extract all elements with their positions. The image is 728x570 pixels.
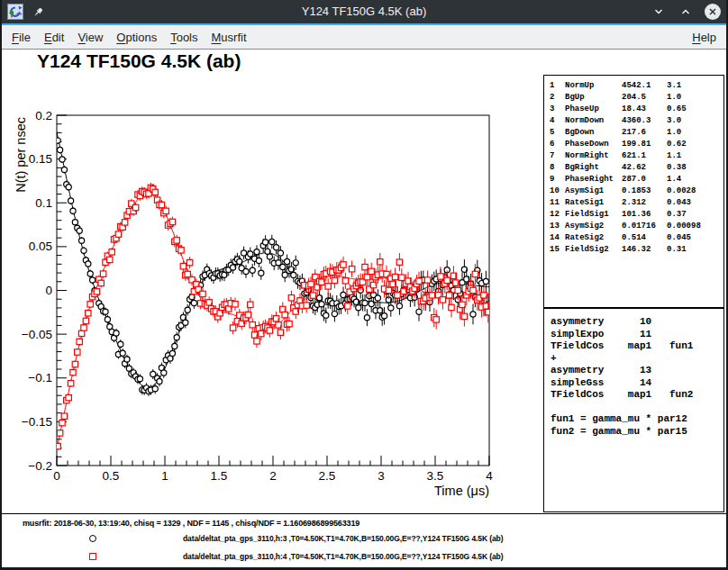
legend-label-up: data/deltat_pta_gps_3110,h:3 ,T0=4.50K,T… [183, 534, 503, 543]
param-row: 15FieldSig2146.320.31 [544, 244, 723, 256]
y-tick-label: 0 [45, 284, 52, 297]
param-row: 4NormDown4360.33.0 [544, 115, 723, 127]
param-row: 13AsymSig20.017160.00098 [544, 221, 723, 232]
y-tick-label: −0.05 [22, 328, 52, 341]
param-row: 9PhaseRight287.01.4 [544, 174, 723, 185]
menu-options[interactable]: Options [114, 30, 159, 45]
minimize-button[interactable] [651, 4, 667, 20]
theory-text: asymmetry 10 simplExpo 11 TFieldCos map1… [551, 316, 723, 438]
param-row: 11RateSig12.3120.043 [544, 197, 723, 209]
y-tick-label: 0.1 [35, 196, 52, 210]
y-axis-title: N(t) per nsec [14, 117, 28, 193]
param-row: 8BgRight42.620.38 [544, 162, 723, 174]
statusbar: musrfit: 2018-06-30, 13:19:40, chisq = 1… [2, 513, 726, 567]
plot-frame [57, 115, 489, 466]
x-tick-label: 0 [53, 469, 60, 483]
param-row: 7NormRight621.11.1 [544, 150, 723, 162]
x-tick-label: 4 [486, 469, 493, 483]
fit-parameters-box: 1NormUp4542.13.12BgUp204.51.03PhaseUp18.… [543, 75, 724, 308]
pushpin-icon[interactable] [32, 6, 44, 18]
y-tick-label: −0.15 [22, 415, 52, 429]
legend-square-marker [89, 553, 96, 560]
x-tick-label: 2.5 [319, 469, 336, 483]
menu-musrfit[interactable]: Musrfit [210, 30, 249, 45]
param-row: 6PhaseDown199.810.62 [544, 139, 723, 150]
y-tick-label: 0.15 [29, 152, 52, 166]
y-tick-label: −0.1 [28, 371, 52, 385]
menu-tools[interactable]: Tools [168, 30, 199, 45]
musrview-window: ++ Y124 TF150G 4.5K (ab) [0, 0, 728, 570]
menu-edit[interactable]: Edit [42, 30, 66, 45]
x-tick-label: 3 [378, 469, 385, 483]
titlebar: ++ Y124 TF150G 4.5K (ab) [2, 0, 726, 23]
x-tick-label: 0.5 [103, 469, 120, 483]
y-tick-label: 0.2 [35, 109, 52, 122]
x-tick-label: 1.5 [211, 469, 228, 483]
maximize-button[interactable] [678, 4, 694, 20]
close-button[interactable] [705, 4, 721, 20]
param-row: 10AsymSig10.18530.0028 [544, 185, 723, 197]
param-row: 3PhaseUp18.430.65 [544, 104, 723, 115]
root-canvas[interactable]: Y124 TF150G 4.5K (ab) 00.511.522.533.54T… [2, 50, 726, 513]
menu-file[interactable]: File [10, 30, 32, 45]
x-tick-label: 1 [161, 469, 168, 483]
theory-box: asymmetry 10 simplExpo 11 TFieldCos map1… [543, 308, 724, 512]
x-tick-label: 2 [269, 469, 277, 483]
param-row: 12FieldSig1101.360.37 [544, 209, 723, 221]
window-title: Y124 TF150G 4.5K (ab) [110, 0, 618, 23]
y-tick-label: 0.05 [29, 240, 52, 253]
param-row: 1NormUp4542.13.1 [544, 80, 723, 92]
y-axis: 0.20.150.10.050−0.05−0.1−0.15−0.2N(t) pe… [14, 109, 67, 473]
x-tick-label: 3.5 [427, 469, 444, 483]
legend-row-down: data/deltat_pta_gps_3110,h:4 ,T0=4.50K,T… [2, 551, 726, 564]
x-axis-title: Time (μs) [434, 484, 489, 498]
y-tick-label: −0.2 [28, 459, 52, 473]
x-axis: 00.511.522.533.54Time (μs) [53, 456, 493, 498]
series-down [55, 183, 491, 450]
legend-row-up: data/deltat_pta_gps_3110,h:3 ,T0=4.50K,T… [2, 533, 726, 546]
legend-label-down: data/deltat_pta_gps_3110,h:4 ,T0=4.50K,T… [183, 552, 503, 561]
menubar: File Edit View Options Tools Musrfit Hel… [2, 25, 726, 50]
param-row: 14RateSig20.5140.045 [544, 232, 723, 244]
param-row: 5BgDown217.61.0 [544, 127, 723, 139]
root-app-icon: ++ [7, 4, 23, 20]
svg-text:++: ++ [15, 11, 23, 16]
legend-circle-marker [89, 535, 96, 542]
series-up-fit-line [57, 132, 489, 388]
param-row: 2BgUp204.51.0 [544, 92, 723, 104]
series-up [55, 132, 491, 396]
menu-view[interactable]: View [76, 30, 105, 45]
fit-info-line: musrfit: 2018-06-30, 13:19:40, chisq = 1… [23, 519, 359, 528]
menu-help[interactable]: Help [690, 30, 718, 45]
